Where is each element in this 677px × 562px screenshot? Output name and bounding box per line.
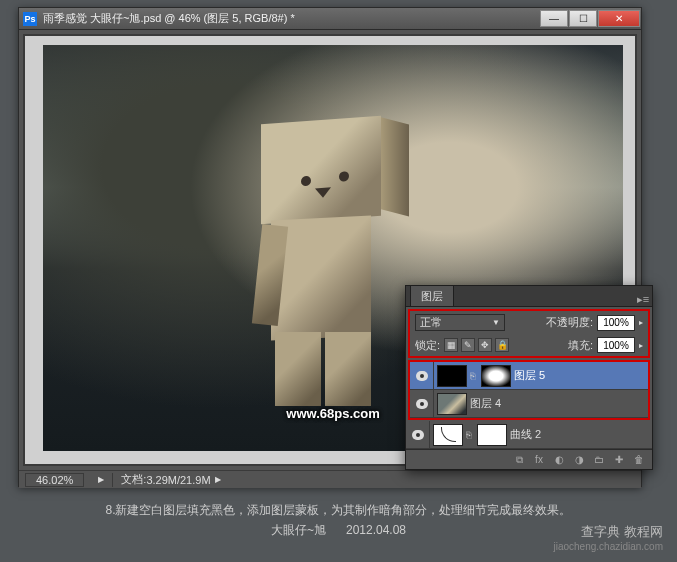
mode-opacity-highlight: 正常 ▼ 不透明度: 100% ▸ 锁定: ▦ ✎ ✥ 🔒 填充: 100% ▸ xyxy=(408,309,650,358)
layer-row-curves[interactable]: ⎘ 曲线 2 xyxy=(406,421,652,449)
brand-url: jiaocheng.chazidian.com xyxy=(553,541,663,552)
fill-field[interactable]: 100% xyxy=(597,337,635,353)
layer-thumbnail[interactable] xyxy=(437,365,467,387)
doc-size-value: 3.29M/21.9M xyxy=(146,474,210,486)
cardboard-robot xyxy=(243,120,403,410)
layer-name[interactable]: 曲线 2 xyxy=(510,427,541,442)
mask-thumbnail[interactable] xyxy=(481,365,511,387)
opacity-label: 不透明度: xyxy=(546,315,593,330)
adjustment-icon[interactable]: ◑ xyxy=(572,453,586,467)
titlebar[interactable]: Ps 雨季感觉 大眼仔~旭.psd @ 46% (图层 5, RGB/8#) *… xyxy=(19,8,641,30)
window-title: 雨季感觉 大眼仔~旭.psd @ 46% (图层 5, RGB/8#) * xyxy=(43,11,540,26)
visibility-toggle[interactable] xyxy=(406,421,430,448)
blend-mode-dropdown[interactable]: 正常 ▼ xyxy=(415,314,505,331)
new-layer-icon[interactable]: ✚ xyxy=(612,453,626,467)
blend-mode-value: 正常 xyxy=(420,315,442,330)
tab-layers[interactable]: 图层 xyxy=(410,285,454,306)
mask-thumbnail[interactable] xyxy=(477,424,507,446)
docinfo-dropdown-icon[interactable]: ▶ xyxy=(215,475,221,484)
link-icon: ⎘ xyxy=(470,371,478,381)
caption-author: 大眼仔~旭 xyxy=(271,523,326,537)
caption-date: 2012.04.08 xyxy=(346,523,406,537)
fill-flyout-icon[interactable]: ▸ xyxy=(639,341,643,350)
panel-menu-icon[interactable]: ▸≡ xyxy=(634,293,652,306)
lock-transparency-icon[interactable]: ▦ xyxy=(444,338,458,352)
close-button[interactable]: ✕ xyxy=(598,10,640,27)
chevron-down-icon: ▼ xyxy=(492,318,500,327)
layer-thumbnail[interactable] xyxy=(437,393,467,415)
group-icon[interactable]: 🗀 xyxy=(592,453,606,467)
zoom-field[interactable]: 46.02% xyxy=(25,473,84,487)
lock-all-icon[interactable]: 🔒 xyxy=(495,338,509,352)
layer-row-4[interactable]: 图层 4 xyxy=(410,390,648,418)
brand-name: 查字典 教程网 xyxy=(553,523,663,541)
blend-row: 正常 ▼ 不透明度: 100% ▸ xyxy=(410,311,648,334)
delete-icon[interactable]: 🗑 xyxy=(632,453,646,467)
eye-icon xyxy=(416,371,428,381)
eye-icon xyxy=(412,430,424,440)
layer-row-5[interactable]: ⎘ 图层 5 xyxy=(410,362,648,390)
caption-line1: 8.新建空白图层填充黑色，添加图层蒙板，为其制作暗角部分，处理细节完成最终效果。 xyxy=(0,500,677,520)
opacity-field[interactable]: 100% xyxy=(597,315,635,331)
ps-icon: Ps xyxy=(23,12,37,26)
fill-label: 填充: xyxy=(568,338,593,353)
lock-position-icon[interactable]: ✥ xyxy=(478,338,492,352)
adjustment-thumbnail[interactable] xyxy=(433,424,463,446)
visibility-toggle[interactable] xyxy=(410,390,434,417)
zoom-dropdown-icon[interactable]: ▶ xyxy=(98,475,104,484)
lock-row: 锁定: ▦ ✎ ✥ 🔒 填充: 100% ▸ xyxy=(410,334,648,356)
watermark: www.68ps.com xyxy=(286,406,379,421)
link-layers-icon[interactable]: ⧉ xyxy=(512,453,526,467)
lock-label: 锁定: xyxy=(415,338,440,353)
layer-name[interactable]: 图层 5 xyxy=(514,368,545,383)
panel-footer: ⧉ fx ◐ ◑ 🗀 ✚ 🗑 xyxy=(406,449,652,469)
fx-icon[interactable]: fx xyxy=(532,453,546,467)
visibility-toggle[interactable] xyxy=(410,362,434,389)
layers-highlight: ⎘ 图层 5 图层 4 xyxy=(408,360,650,420)
mask-icon[interactable]: ◐ xyxy=(552,453,566,467)
footer-brand: 查字典 教程网 jiaocheng.chazidian.com xyxy=(553,523,663,552)
layers-panel: 图层 ▸≡ 正常 ▼ 不透明度: 100% ▸ 锁定: ▦ ✎ ✥ 🔒 填充: … xyxy=(405,285,653,470)
maximize-button[interactable]: ☐ xyxy=(569,10,597,27)
eye-icon xyxy=(416,399,428,409)
opacity-flyout-icon[interactable]: ▸ xyxy=(639,318,643,327)
doc-size-label: 文档: xyxy=(121,472,146,487)
status-bar: 46.02% ▶ 文档: 3.29M/21.9M ▶ xyxy=(19,470,641,488)
panel-tabs: 图层 ▸≡ xyxy=(406,286,652,307)
lock-pixels-icon[interactable]: ✎ xyxy=(461,338,475,352)
layer-name[interactable]: 图层 4 xyxy=(470,396,501,411)
minimize-button[interactable]: — xyxy=(540,10,568,27)
link-icon: ⎘ xyxy=(466,430,474,440)
